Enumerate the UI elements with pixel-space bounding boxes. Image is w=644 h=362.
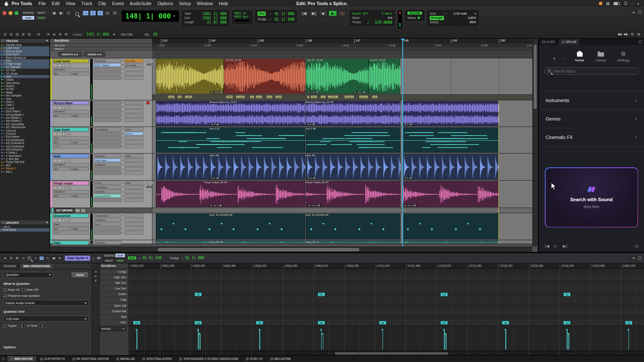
lyric-word[interactable]: always xyxy=(345,96,354,98)
note-off-checkbox[interactable]: Note Off xyxy=(22,288,38,292)
toolbar-options-icon[interactable]: ≡ xyxy=(631,10,636,15)
track-extra-selector[interactable]: none xyxy=(53,231,89,235)
midi-trim-icon[interactable]: ↔ xyxy=(33,256,38,260)
send-slot-c[interactable]: c xyxy=(122,163,143,166)
send-assignment-empty[interactable] xyxy=(125,101,143,105)
send-assignment-verb[interactable]: Verb xyxy=(125,127,143,131)
send-assignment-verb-2[interactable]: Verb 2 xyxy=(125,132,143,136)
midi-zoom-icon[interactable] xyxy=(28,256,31,259)
memory-location-2[interactable]: 2 xyxy=(9,32,14,36)
grid-label[interactable]: Grid xyxy=(258,12,266,16)
insert-slot-empty[interactable] xyxy=(94,72,121,75)
solo-button[interactable]: S xyxy=(62,219,67,222)
insert-eq3-7-band[interactable]: EQ3 7-Band xyxy=(94,63,121,67)
midi-ruler-tick[interactable]: 146|4| 000 xyxy=(314,264,328,269)
insert-slot-empty[interactable] xyxy=(94,171,121,175)
zoom-in-arrow-icon[interactable]: ▶ xyxy=(58,10,64,16)
midi-ruler-tick[interactable]: 146|4| 480 xyxy=(345,264,359,269)
audio-clip[interactable] xyxy=(306,214,401,239)
mode-shuffle-button[interactable]: SHUFFLE xyxy=(22,10,35,15)
velocity-stem-snare[interactable] xyxy=(568,334,569,350)
mute-button[interactable]: M xyxy=(67,133,71,136)
lyrics-lane[interactable]: waitallnightWithmyselftoloseandfightifig… xyxy=(152,94,532,100)
send-slot-b[interactable]: b xyxy=(122,218,143,222)
automation-mode-read[interactable]: read xyxy=(71,72,89,76)
track-lane[interactable]: Kick_02-16-MIDI-90Kick_02-16-MIDI-91 xyxy=(152,213,532,240)
preview-play-icon[interactable]: ▷ xyxy=(554,244,558,248)
sidebar-track-lead-vocal[interactable]: ▸Lead Vocal xyxy=(0,46,49,49)
sidebar-track-voc-samples[interactable]: ▸Voc Samples xyxy=(0,94,49,97)
count-off-label[interactable]: Count Off xyxy=(352,12,368,16)
midi-record-icon[interactable]: ● xyxy=(3,256,8,260)
audio-clip[interactable] xyxy=(306,127,401,153)
scrub-tool-icon[interactable]: ▭ xyxy=(104,10,111,16)
ruler-bar-144[interactable]: 144 xyxy=(209,39,216,43)
send-slot-a[interactable]: a xyxy=(122,101,143,105)
min-secs-ruler-label[interactable]: Min:Secs xyxy=(50,44,152,47)
send-slot-c[interactable]: c xyxy=(122,109,143,113)
sidebar-track-end-harms[interactable]: ▸End Harms xyxy=(0,135,49,138)
audio-clip[interactable] xyxy=(156,154,305,180)
midi-ruler-tick[interactable]: 146|1| 480 xyxy=(161,264,175,269)
midi-note-snare[interactable]: F2 xyxy=(318,293,325,296)
bottom-tab-rx-spectral-editor[interactable]: RX SPECTRAL EDITOR xyxy=(69,356,112,362)
midi-note-kick[interactable]: C2 xyxy=(625,321,632,325)
send-slot-e[interactable]: e xyxy=(122,145,143,148)
drum-lane-open-hat[interactable]: Open Hat xyxy=(100,303,128,308)
midi-note-grid[interactable]: 146|1| 000146|1| 480146|2| 000146|2| 480… xyxy=(129,263,644,355)
audio-clip[interactable] xyxy=(402,241,499,243)
track-view-selector[interactable]: waveform xyxy=(53,68,89,72)
elastic-audio-select[interactable]: Elastic Audio Events▾ xyxy=(3,300,88,306)
sidebar-track-wocka[interactable]: ▸Wocka xyxy=(0,84,49,87)
sidebar-track-a17-neverknew[interactable]: ▸A17 NeverKnew xyxy=(0,126,49,129)
sidebar-track-reecey-bass[interactable]: ▸Reecey Bass xyxy=(0,50,49,53)
drum-lane-kick[interactable]: Kick xyxy=(100,320,128,326)
audio-clip[interactable] xyxy=(402,154,499,180)
mode-slip-button[interactable]: SLIP xyxy=(22,15,35,20)
send-assignment-empty[interactable] xyxy=(125,158,143,162)
midi-ruler-tick[interactable]: 147|3| 480 xyxy=(529,264,544,269)
send-slot-c[interactable]: c xyxy=(122,67,143,71)
velocity-stem-kick[interactable] xyxy=(505,330,506,350)
send-assignment-empty[interactable] xyxy=(125,114,143,118)
send-assignment-empty[interactable] xyxy=(125,214,143,217)
sidebar-track-v-verb-short[interactable]: ▸V Verb Short xyxy=(0,154,49,157)
input-monitor-button[interactable]: I xyxy=(58,159,62,163)
menu-window[interactable]: Window xyxy=(197,1,213,6)
menu-view[interactable]: View xyxy=(66,1,76,6)
midi-note-kick[interactable]: C2 xyxy=(194,321,202,325)
solo-button[interactable]: S xyxy=(62,186,67,190)
sidebar-track-sample-drop[interactable]: ▸Sample Drop xyxy=(0,43,49,46)
grid-note-icon[interactable]: ♪ xyxy=(270,12,271,16)
timeline-ruler[interactable]: Bars|Beats 143144145146147148149150 Min:… xyxy=(50,39,538,58)
track-view-selector[interactable]: waveform xyxy=(53,110,89,114)
midi-mode-grid[interactable]: GRID xyxy=(115,258,125,263)
memory-next-icon[interactable]: ↦ xyxy=(36,32,41,36)
midi-ruler-tick[interactable]: 148|1| 000 xyxy=(622,264,636,269)
send-slot-c[interactable]: c xyxy=(122,136,143,140)
search-with-sound-dropzone[interactable]: Search with Sound drop here xyxy=(545,167,638,227)
lyric-word[interactable]: myself xyxy=(236,96,245,98)
midi-note-icon[interactable]: ♪ xyxy=(93,256,94,259)
ruler-sec-4-24[interactable]: 4:24 xyxy=(158,44,165,47)
sidebar-track-don-t-walk-1[interactable]: ▸Don't Walk 1 xyxy=(0,110,49,113)
velocity-stem-kick[interactable] xyxy=(137,330,137,350)
splice-search-input[interactable] xyxy=(553,69,635,73)
operation-select[interactable]: Quantize▾ xyxy=(3,272,53,278)
insert-chnlstrp[interactable]: ChnlStrp xyxy=(94,241,121,244)
bottom-tab-midi-editor[interactable]: MIDI EDITOR xyxy=(7,356,36,362)
midi-mode-slip[interactable]: SLIP xyxy=(115,253,125,258)
group-item-end-harms[interactable]: aEnd Harms xyxy=(0,228,49,231)
midi-options-icon[interactable]: ≡ xyxy=(631,256,636,260)
velocity-stem-snare[interactable] xyxy=(446,334,447,350)
loop-icon[interactable]: ↻ xyxy=(630,32,635,36)
sidebar-track-chorus1[interactable]: ▸Chorus1 xyxy=(0,129,49,132)
track-lane[interactable]: Inst 2-07Inst 2-08 xyxy=(152,127,532,153)
lyric-word[interactable]: fight xyxy=(276,96,282,98)
clip-gain-badge[interactable]: 0 dB xyxy=(210,177,220,179)
clip-gain-badge[interactable]: 0 dB xyxy=(210,123,220,126)
send-slot-d[interactable]: d xyxy=(122,140,143,144)
send-slot-a[interactable]: aVerb xyxy=(122,127,143,131)
send-assignment-empty[interactable] xyxy=(125,140,143,144)
midi-tab-operations[interactable]: MIDI OPERATIONS xyxy=(20,263,54,269)
